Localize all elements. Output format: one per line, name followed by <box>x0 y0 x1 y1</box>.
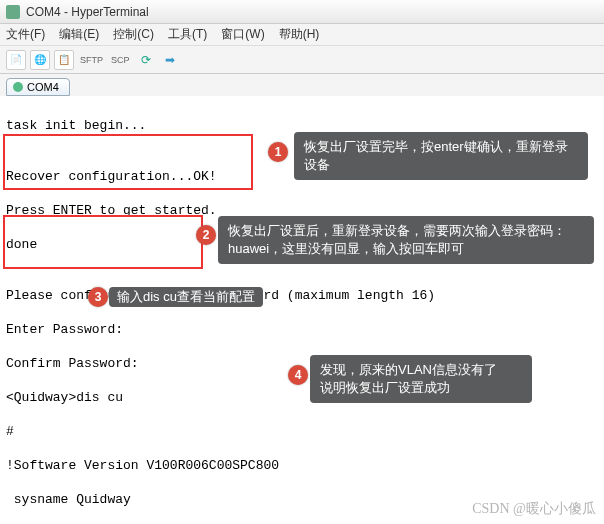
menu-tools[interactable]: 工具(T) <box>168 26 207 43</box>
tab-label: COM4 <box>27 81 59 93</box>
toolbar-btn-2[interactable]: 🌐 <box>30 50 50 70</box>
toolbar-scp-label[interactable]: SCP <box>111 55 130 65</box>
watermark: CSDN @暖心小傻瓜 <box>472 500 596 518</box>
status-dot-icon <box>13 82 23 92</box>
annotation-callout-1: 恢复出厂设置完毕，按enter键确认，重新登录设备 <box>294 132 588 180</box>
annotation-callout-3: 输入dis cu查看当前配置 <box>109 287 263 307</box>
tab-com4[interactable]: COM4 <box>6 78 70 96</box>
annotation-number-2: 2 <box>196 225 216 245</box>
window-title: COM4 - HyperTerminal <box>26 5 149 19</box>
menu-bar: 文件(F) 编辑(E) 控制(C) 工具(T) 窗口(W) 帮助(H) <box>0 24 604 46</box>
toolbar-btn-1[interactable]: 📄 <box>6 50 26 70</box>
annotation-number-4: 4 <box>288 365 308 385</box>
annotation-callout-4: 发现，原来的VLAN信息没有了 说明恢复出厂设置成功 <box>310 355 532 403</box>
app-icon <box>6 5 20 19</box>
toolbar-sftp-label[interactable]: SFTP <box>80 55 103 65</box>
menu-edit[interactable]: 编辑(E) <box>59 26 99 43</box>
annotation-callout-2: 恢复出厂设置后，重新登录设备，需要两次输入登录密码：huawei，这里没有回显，… <box>218 216 594 264</box>
annotation-number-1: 1 <box>268 142 288 162</box>
toolbar: 📄 🌐 📋 SFTP SCP ⟳ ➡ <box>0 46 604 74</box>
toolbar-btn-5[interactable]: ➡ <box>160 50 180 70</box>
toolbar-btn-3[interactable]: 📋 <box>54 50 74 70</box>
menu-control[interactable]: 控制(C) <box>113 26 154 43</box>
annotation-number-3: 3 <box>88 287 108 307</box>
term-line: !Software Version V100R006C00SPC800 <box>6 457 598 474</box>
menu-help[interactable]: 帮助(H) <box>279 26 320 43</box>
term-line: # <box>6 423 598 440</box>
window-titlebar: COM4 - HyperTerminal <box>0 0 604 24</box>
menu-window[interactable]: 窗口(W) <box>221 26 264 43</box>
menu-file[interactable]: 文件(F) <box>6 26 45 43</box>
toolbar-btn-4[interactable]: ⟳ <box>136 50 156 70</box>
term-line: Enter Password: <box>6 321 598 338</box>
tab-bar: COM4 <box>0 74 604 96</box>
